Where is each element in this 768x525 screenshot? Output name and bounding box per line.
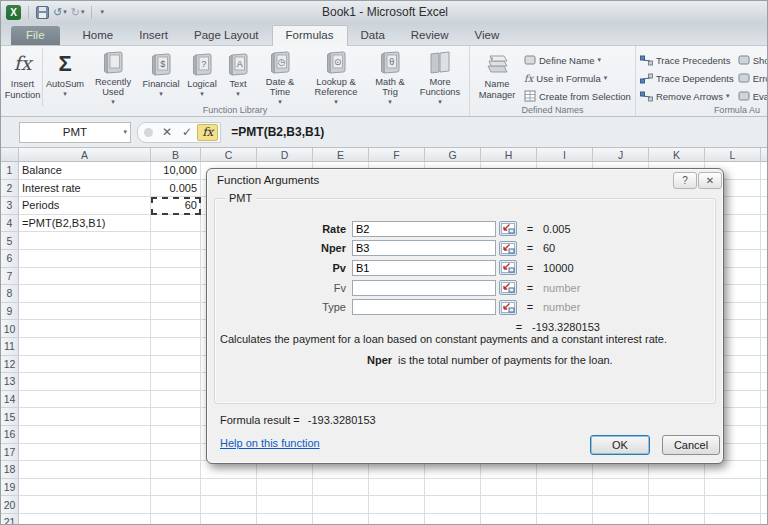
financial-button[interactable]: $Financial▾ — [139, 48, 183, 106]
tab-formulas[interactable]: Formulas — [272, 25, 348, 46]
row-header-7[interactable]: 7 — [1, 268, 19, 286]
grid-cell-I21[interactable] — [537, 514, 593, 524]
grid-cell-A17[interactable] — [19, 444, 151, 462]
row-header-20[interactable]: 20 — [1, 496, 19, 514]
grid-cell-J19[interactable] — [593, 479, 649, 497]
recently-used-button[interactable]: Recently Used▾ — [87, 48, 139, 106]
type-range-selector-icon[interactable] — [499, 300, 517, 315]
more-functions-button[interactable]: More Functions▾ — [413, 48, 467, 106]
row-header-2[interactable]: 2 — [1, 180, 19, 198]
name-box-dropdown-icon[interactable]: ▾ — [123, 128, 127, 136]
show-formulas-button[interactable]: Sho — [736, 51, 768, 69]
define-name-button[interactable]: Define Name▾ — [522, 51, 633, 69]
row-header-14[interactable]: 14 — [1, 391, 19, 409]
grid-cell-B15[interactable] — [151, 408, 201, 426]
grid-cell-J21[interactable] — [593, 514, 649, 524]
row-header-17[interactable]: 17 — [1, 444, 19, 462]
grid-cell-B3[interactable]: 60 — [151, 197, 201, 215]
grid-cell-A14[interactable] — [19, 391, 151, 409]
lookup-reference-button[interactable]: ⊙Lookup & Reference▾ — [305, 48, 367, 106]
row-header-8[interactable]: 8 — [1, 285, 19, 303]
column-header-H[interactable]: H — [481, 148, 537, 162]
evaluate-formula-button[interactable]: Eval — [736, 87, 768, 105]
grid-cell-A12[interactable] — [19, 356, 151, 374]
grid-cell-F19[interactable] — [369, 479, 425, 497]
grid-cell-G21[interactable] — [425, 514, 481, 524]
row-header-10[interactable]: 10 — [1, 320, 19, 338]
error-checking-button[interactable]: Erro — [736, 69, 768, 87]
grid-cell-A8[interactable] — [19, 285, 151, 303]
tab-data[interactable]: Data — [348, 26, 398, 45]
grid-cell-A16[interactable] — [19, 426, 151, 444]
grid-cell-E19[interactable] — [313, 479, 369, 497]
trace-precedents-button[interactable]: Trace Precedents — [638, 51, 736, 69]
tab-file[interactable]: File — [11, 26, 60, 45]
name-box[interactable]: PMT ▾ — [19, 122, 131, 143]
grid-cell-L21[interactable] — [705, 514, 761, 524]
grid-cell-A3[interactable]: Periods — [19, 197, 151, 215]
grid-cell-B2[interactable]: 0.005 — [151, 180, 201, 198]
select-all-corner[interactable] — [1, 148, 19, 162]
row-header-12[interactable]: 12 — [1, 356, 19, 374]
tab-page-layout[interactable]: Page Layout — [181, 26, 272, 45]
tab-home[interactable]: Home — [70, 26, 127, 45]
insert-function-button[interactable]: fxInsert Function — [3, 48, 43, 106]
grid-cell-A1[interactable]: Balance — [19, 162, 151, 180]
grid-cell-A18[interactable] — [19, 461, 151, 479]
grid-cell-L20[interactable] — [705, 496, 761, 514]
autosum-button[interactable]: ΣAutoSum▾ — [43, 48, 87, 106]
grid-cell-C21[interactable] — [201, 514, 257, 524]
date-time-button[interactable]: ◷Date & Time▾ — [255, 48, 305, 106]
row-header-1[interactable]: 1 — [1, 162, 19, 180]
grid-cell-H21[interactable] — [481, 514, 537, 524]
grid-cell-D20[interactable] — [257, 496, 313, 514]
column-header-G[interactable]: G — [425, 148, 481, 162]
row-header-21[interactable]: 21 — [1, 514, 19, 524]
dialog-close-icon[interactable]: ✕ — [698, 172, 722, 189]
formula-bar-input[interactable]: =PMT(B2,B3,B1) — [231, 125, 324, 139]
grid-cell-F20[interactable] — [369, 496, 425, 514]
grid-cell-K21[interactable] — [649, 514, 705, 524]
create-from-selection-button[interactable]: Create from Selection — [522, 87, 633, 105]
fv-range-selector-icon[interactable] — [499, 280, 517, 295]
rate-range-selector-icon[interactable] — [499, 221, 517, 236]
logical-button[interactable]: ?Logical▾ — [183, 48, 221, 106]
grid-cell-A4[interactable]: =PMT(B2,B3,B1) — [19, 215, 151, 233]
remove-arrows-button[interactable]: Remove Arrows▾ — [638, 87, 736, 105]
row-header-13[interactable]: 13 — [1, 373, 19, 391]
grid-cell-G19[interactable] — [425, 479, 481, 497]
grid-cell-B10[interactable] — [151, 320, 201, 338]
row-header-11[interactable]: 11 — [1, 338, 19, 356]
grid-cell-A11[interactable] — [19, 338, 151, 356]
grid-cell-K19[interactable] — [649, 479, 705, 497]
type-input[interactable] — [352, 299, 496, 315]
column-header-A[interactable]: A — [19, 148, 151, 162]
rate-input[interactable] — [352, 221, 496, 237]
grid-cell-A10[interactable] — [19, 320, 151, 338]
column-header-F[interactable]: F — [369, 148, 425, 162]
row-header-18[interactable]: 18 — [1, 461, 19, 479]
row-header-19[interactable]: 19 — [1, 479, 19, 497]
grid-cell-B20[interactable] — [151, 496, 201, 514]
nper-input[interactable] — [352, 240, 496, 256]
column-header-I[interactable]: I — [537, 148, 593, 162]
pv-input[interactable] — [352, 260, 496, 276]
math-trig-button[interactable]: θMath & Trig▾ — [367, 48, 413, 106]
row-header-6[interactable]: 6 — [1, 250, 19, 268]
grid-cell-B16[interactable] — [151, 426, 201, 444]
grid-cell-D19[interactable] — [257, 479, 313, 497]
tab-view[interactable]: View — [462, 26, 513, 45]
grid-cell-E21[interactable] — [313, 514, 369, 524]
grid-cell-A15[interactable] — [19, 408, 151, 426]
grid-cell-J20[interactable] — [593, 496, 649, 514]
grid-cell-A19[interactable] — [19, 479, 151, 497]
column-header-E[interactable]: E — [313, 148, 369, 162]
grid-cell-C20[interactable] — [201, 496, 257, 514]
grid-cell-F21[interactable] — [369, 514, 425, 524]
grid-cell-B13[interactable] — [151, 373, 201, 391]
tab-insert[interactable]: Insert — [126, 26, 181, 45]
row-header-16[interactable]: 16 — [1, 426, 19, 444]
grid-cell-A21[interactable] — [19, 514, 151, 524]
grid-cell-B7[interactable] — [151, 268, 201, 286]
pv-range-selector-icon[interactable] — [499, 260, 517, 275]
